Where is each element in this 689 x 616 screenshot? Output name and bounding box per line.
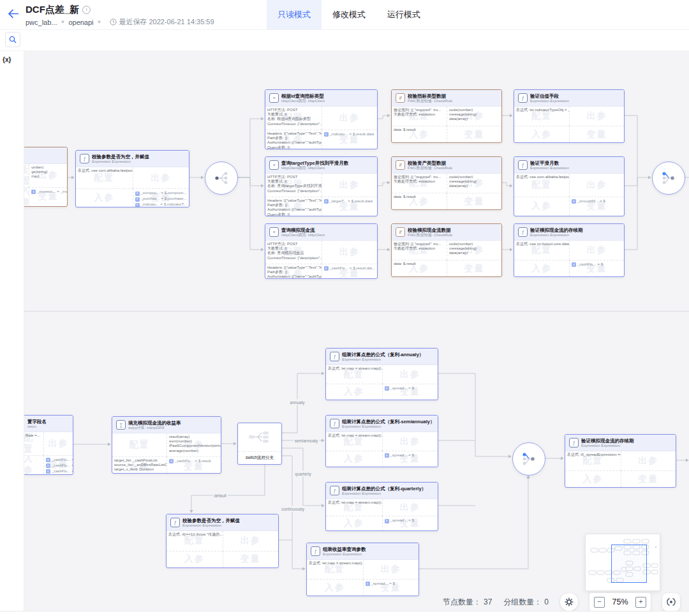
output-tag: x_spread...=$ <box>385 386 436 391</box>
node-title: 验证估值手段 <box>530 93 569 99</box>
node-query-indicator-type[interactable]: ≡根据id查询指标类型HttpClient调用: HttpClient配置HTT… <box>265 89 378 149</box>
node-config-lines: 表达式: let map = stream.map()... <box>328 433 380 438</box>
node-config-lines: 验证规则: [{ "required": tru...失败处理方式: excep… <box>394 175 445 184</box>
node-check-params-assign-2[interactable]: ƒ校验参数是否为空，并赋值Expression Expression配置表达式:… <box>166 514 279 568</box>
node-header-text: 验证估值手段Expression Expression <box>530 93 569 103</box>
node-cell-bl: 入参 <box>514 260 569 276</box>
fork-connector[interactable] <box>205 162 238 195</box>
workspace-select[interactable]: pwc_lab... <box>26 19 57 26</box>
node-config-lines: 验证规则: [{ "required": tru...失败处理方式: excep… <box>394 242 445 251</box>
node-cell-tr: 出参result(array)sum(number)iPaaSComponent… <box>167 433 221 456</box>
node-config-lines: umber)ge(string)rray) <box>31 165 65 179</box>
switch-branch-icon <box>238 423 281 452</box>
app-select[interactable]: openapi <box>68 19 93 26</box>
node-fill-cashflow-yield[interactable]: ∑填充模拟现金流的收益率scipy计算: interpOFill配置出参resu… <box>112 416 221 474</box>
fit-view-icon <box>666 597 676 607</box>
node-cell-bl: 入参Headers: [{"valueType":"Text","h...Pat… <box>265 130 322 149</box>
node-set-field-partial[interactable]: 置字段名ssion配置Rate =...出参入参变量x_cashFlo...=I… <box>23 415 73 475</box>
tab-readonly-mode[interactable]: 只读模式 <box>267 0 322 29</box>
watermark-br: 变量 <box>447 193 501 209</box>
join-connector[interactable] <box>652 162 685 195</box>
node-body: 配置出参result(array)sum(number)iPaaSCompone… <box>112 433 221 474</box>
info-icon[interactable]: i <box>82 6 91 14</box>
output-tag: x_spread...=$ <box>366 582 417 587</box>
minimap-viewport[interactable] <box>611 545 647 583</box>
node-validate-duration-top[interactable]: ƒ验证模拟现金流的存续期Expression Expression配置表达式: … <box>514 223 625 277</box>
fit-view-button[interactable] <box>662 593 680 611</box>
node-header: ƒ组装计算点差的公式（复利-quarterly）Expression Expre… <box>326 483 438 499</box>
zoom-in-button[interactable]: + <box>635 597 646 608</box>
node-cell-br: 变量 <box>223 551 279 567</box>
expression-icon: ƒ <box>80 154 89 163</box>
node-cell-tr: 出参code(number)message(string)data(array) <box>447 241 501 260</box>
node-subtitle: scipy计算: interpOFill <box>128 426 181 430</box>
node-cell-br: 变量 <box>447 126 501 142</box>
node-subtitle: Expression Expression <box>530 99 569 103</box>
node-output-tags: x_cashFlo...=$.result <box>169 458 219 464</box>
tab-edit-mode[interactable]: 修改模式 <box>322 0 376 29</box>
node-title: 校验模拟现金流数据 <box>408 227 452 233</box>
check-rule-icon: if <box>396 160 405 170</box>
node-config-lines: 表达式: use com.alibaba.fastjson... <box>78 169 131 173</box>
watermark-tr: 出参 <box>570 107 624 126</box>
output-tag: x_investm...=_investm... <box>31 190 65 195</box>
node-check-investments-partial[interactable]: 配置出参umber)ge(string)rray)入参变量x_investm..… <box>23 147 68 207</box>
join-connector[interactable] <box>512 442 545 476</box>
output-tag: x_smoothM...=$ <box>572 199 622 204</box>
node-header: ≡查询targetType并找到平滑月数HttpClient调用: HttpCl… <box>265 157 377 174</box>
node-cell-br: 变量x_spread...=$ <box>382 516 438 530</box>
node-body: 配置表达式: let map = stream.map()...出参入参变量x_… <box>307 560 419 596</box>
node-validate-valuation[interactable]: ƒ验证估值手段Expression Expression配置表达式: let i… <box>514 89 625 143</box>
node-switch-branch[interactable]: switch流程分支 <box>237 423 282 465</box>
canvas-toolbar-row <box>0 29 689 51</box>
node-title: 组装收益率查询参数 <box>323 546 366 552</box>
output-tag: x_indicato...=$.indicatorT... <box>135 202 188 207</box>
node-validate-duration-bottom[interactable]: ƒ验证模拟现金流的存续期Expression Expression配置表达式: … <box>565 434 676 488</box>
node-header: 置字段名ssion <box>24 416 73 432</box>
back-button[interactable] <box>8 9 20 19</box>
node-cell-bl: 入参target_list: _cashFlowListsource_list:… <box>112 456 167 474</box>
search-button[interactable] <box>5 32 20 47</box>
node-cell-tl: 配置验证规则: [{ "required": tru...失败处理方式: exc… <box>392 174 447 193</box>
node-body: 配置表达式: if(i==1){ throw "传递的...出参入参变量 <box>167 531 278 567</box>
node-validate-smooth-months[interactable]: ƒ验证平滑月数Expression Expression配置表达式: use c… <box>514 156 625 216</box>
last-saved: 最近保存 2022-06-21 14:35:59 <box>110 17 214 27</box>
node-build-yield-query[interactable]: ƒ组装收益率查询参数Expression Expression配置表达式: le… <box>306 543 419 596</box>
app-bar: DCF点差_新 i pwc_lab... ∨ openapi ∨ 最近保存 20… <box>0 0 689 30</box>
node-cell-br: 变量x_cashFlo...=$.result.dat... <box>322 264 378 279</box>
minimap[interactable] <box>585 534 660 591</box>
expression-tool-icon[interactable]: {x} <box>3 56 11 63</box>
watermark-tr: 出参 <box>322 107 378 130</box>
tab-run-mode[interactable]: 运行模式 <box>376 0 431 29</box>
node-query-sim-cashflow[interactable]: ≡查询模拟现金流HttpClient调用: HttpClient配置HTTP方法… <box>265 223 378 279</box>
gear-icon <box>565 597 574 606</box>
node-verify-indicator-data[interactable]: if校验指标类型数据FWC数据校验: CheckRule配置验证规则: [{ "… <box>391 89 502 143</box>
watermark-bl: 入参 <box>24 456 43 474</box>
node-query-target-type[interactable]: ≡查询targetType并找到平滑月数HttpClient调用: HttpCl… <box>265 156 378 216</box>
node-cell-br: 变量x_spread...=$ <box>382 451 438 467</box>
node-formula-quarterly[interactable]: ƒ组装计算点差的公式（复利-quarterly）Expression Expre… <box>325 482 438 531</box>
watermark-bl: 入参 <box>24 188 29 206</box>
node-subtitle: HttpClient调用: HttpClient <box>281 166 348 170</box>
node-header-text: 根据id查询指标类型HttpClient调用: HttpClient <box>281 93 325 103</box>
node-config-lines: HTTP方法: POST失败重试: 0名称: 查询模拟现金流ConnectTim… <box>267 242 320 260</box>
back-arrow-icon <box>8 9 19 19</box>
node-cell-bl: 入参 <box>326 516 382 530</box>
flow-canvas[interactable]: 配置出参umber)ge(string)rray)入参变量x_investm..… <box>0 29 689 616</box>
node-cell-br: 变量x_compou...=$.compoun...x_purchas...=$… <box>133 188 189 207</box>
node-verify-asset-data[interactable]: if校验资产类型数据FWC数据校验: CheckRule配置验证规则: [{ "… <box>391 156 502 210</box>
node-cell-tr: 出参 <box>363 560 419 579</box>
node-title: 验证模拟现金流的存续期 <box>581 438 634 444</box>
node-cell-tr: 出参 <box>322 174 378 197</box>
node-verify-cashflow-data[interactable]: if校验模拟现金流数据FWC数据校验: CheckRule配置验证规则: [{ … <box>391 223 502 277</box>
watermark-bl: 入参 <box>514 260 569 276</box>
output-tag: x_spread...=$ <box>385 453 436 458</box>
chevron-down-icon: ∨ <box>61 20 65 24</box>
settings-button[interactable] <box>560 593 578 611</box>
zoom-out-button[interactable]: − <box>594 597 605 608</box>
node-formula-semiannualy[interactable]: ƒ组装计算点差的公式（复利-semiannualy）Expression Exp… <box>325 415 438 467</box>
node-check-params-assign[interactable]: ƒ校验参数是否为空，并赋值Expression Expression配置表达式:… <box>75 150 189 207</box>
node-cell-br: 变量x_investm...=_investm... <box>29 187 67 206</box>
node-formula-annualy[interactable]: ƒ组装计算点差的公式（复利-annualy）Expression Express… <box>325 348 438 400</box>
watermark-tr: 出参 <box>322 241 378 264</box>
